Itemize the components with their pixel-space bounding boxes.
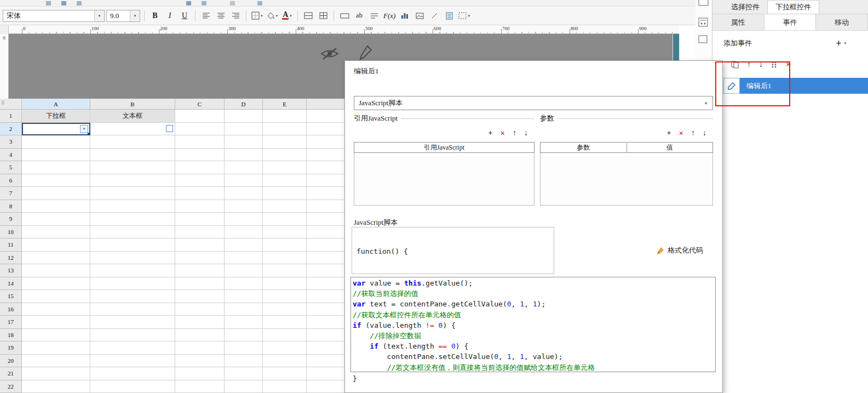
cell-C14[interactable] bbox=[175, 277, 225, 291]
cell-C17[interactable] bbox=[175, 316, 225, 329]
cell-B16[interactable] bbox=[90, 303, 175, 316]
cell-F21[interactable] bbox=[307, 367, 346, 380]
draw-line-button[interactable] bbox=[428, 9, 441, 22]
cell-E13[interactable] bbox=[263, 264, 307, 277]
cell-E4[interactable] bbox=[263, 149, 307, 162]
move-event-up-button[interactable]: ↑ bbox=[747, 60, 751, 69]
row-header-22[interactable]: 22 bbox=[0, 380, 22, 393]
cell-D20[interactable] bbox=[225, 355, 263, 368]
cell-B19[interactable] bbox=[90, 341, 175, 355]
underline-button[interactable]: U bbox=[178, 9, 191, 22]
column-header-b[interactable]: B bbox=[90, 99, 175, 110]
report-block-button[interactable] bbox=[442, 9, 456, 22]
event-type-select[interactable]: JavaScript脚本 ▾ bbox=[354, 96, 713, 110]
cell-E3[interactable] bbox=[263, 135, 307, 149]
cell-D1[interactable] bbox=[225, 110, 263, 123]
row-header-16[interactable]: 16 bbox=[0, 303, 22, 316]
cell-F1[interactable] bbox=[307, 110, 346, 123]
cell-F10[interactable] bbox=[307, 226, 346, 239]
cell-D4[interactable] bbox=[225, 149, 263, 162]
chevron-down-icon[interactable]: ▾ bbox=[699, 101, 712, 106]
chart-button[interactable] bbox=[398, 9, 411, 22]
cell-E14[interactable] bbox=[263, 277, 307, 291]
cell-F4[interactable] bbox=[307, 149, 346, 162]
cell-A16[interactable] bbox=[22, 303, 90, 316]
cell-E10[interactable] bbox=[263, 226, 307, 239]
font-family-select[interactable]: 宋体 ▾ bbox=[3, 10, 105, 22]
cell-D11[interactable] bbox=[225, 238, 263, 252]
cell-E2[interactable] bbox=[263, 123, 307, 136]
cell-A9[interactable] bbox=[22, 213, 90, 226]
ref-move-up-button[interactable]: ↑ bbox=[513, 129, 516, 138]
cell-B6[interactable] bbox=[90, 174, 175, 187]
cell-B11[interactable] bbox=[90, 238, 175, 252]
row-header-6[interactable]: 6 bbox=[0, 174, 22, 187]
cell-F16[interactable] bbox=[307, 303, 346, 316]
cell-A17[interactable] bbox=[22, 316, 90, 329]
cell-D5[interactable] bbox=[225, 161, 263, 174]
cell-F14[interactable] bbox=[307, 277, 346, 291]
cell-F19[interactable] bbox=[307, 341, 346, 355]
font-size-select[interactable]: 9.0 ▾ bbox=[106, 10, 140, 22]
cell-B1[interactable]: 文本框 bbox=[90, 110, 175, 123]
cell-E19[interactable] bbox=[263, 341, 307, 355]
row-header-9[interactable]: 9 bbox=[0, 213, 22, 226]
text-button[interactable]: ab bbox=[353, 9, 366, 22]
cell-D16[interactable] bbox=[225, 303, 263, 316]
cell-C22[interactable] bbox=[175, 380, 225, 393]
edit-event-button[interactable] bbox=[723, 78, 740, 94]
column-header-e[interactable]: E bbox=[263, 99, 307, 110]
cell-A7[interactable] bbox=[22, 187, 90, 200]
row-header-11[interactable]: 11 bbox=[0, 238, 22, 252]
cell-D18[interactable] bbox=[225, 329, 263, 342]
cell-F2[interactable] bbox=[307, 123, 346, 136]
row-header-12[interactable]: 12 bbox=[0, 252, 22, 265]
cell-A11[interactable] bbox=[22, 238, 90, 252]
sheet-table[interactable]: ⠿ABCDE1下拉框文本框2▾3456789101112131415161718… bbox=[0, 99, 346, 393]
cell-A5[interactable] bbox=[22, 161, 90, 174]
cell-A2[interactable]: ▾ bbox=[22, 123, 90, 136]
ref-delete-button[interactable]: × bbox=[500, 129, 505, 138]
italic-button[interactable]: I bbox=[163, 9, 176, 22]
cell-A6[interactable] bbox=[22, 174, 90, 187]
show-grid-button[interactable] bbox=[317, 9, 330, 22]
cell-F8[interactable] bbox=[307, 200, 346, 213]
cell-F9[interactable] bbox=[307, 213, 346, 226]
tab-properties[interactable]: 属性 bbox=[712, 14, 764, 30]
param-add-button[interactable]: + bbox=[666, 129, 671, 138]
cell-E9[interactable] bbox=[263, 213, 307, 226]
cell-F5[interactable] bbox=[307, 161, 346, 174]
param-delete-button[interactable]: × bbox=[679, 129, 683, 138]
cell-B21[interactable] bbox=[90, 367, 175, 380]
cell-C8[interactable] bbox=[175, 200, 225, 213]
cell-B20[interactable] bbox=[90, 355, 175, 368]
param-move-up-button[interactable]: ↑ bbox=[691, 129, 695, 138]
cell-C5[interactable] bbox=[175, 161, 225, 174]
cell-C18[interactable] bbox=[175, 329, 225, 342]
cell-C1[interactable] bbox=[175, 110, 225, 123]
cell-A3[interactable] bbox=[22, 135, 90, 149]
cell-C12[interactable] bbox=[175, 252, 225, 265]
selection-frame-button[interactable]: ▾ bbox=[457, 9, 471, 22]
chevron-down-icon[interactable]: ▾ bbox=[94, 10, 104, 21]
formula-button[interactable]: F(x) bbox=[382, 9, 396, 22]
bold-button[interactable]: B bbox=[148, 9, 162, 22]
align-left-button[interactable] bbox=[199, 9, 212, 22]
cell-E21[interactable] bbox=[263, 367, 307, 380]
cell-A20[interactable] bbox=[22, 355, 90, 368]
row-header-18[interactable]: 18 bbox=[0, 329, 22, 342]
cell-E5[interactable] bbox=[263, 161, 307, 174]
cell-B10[interactable] bbox=[90, 226, 175, 239]
cell-A22[interactable] bbox=[22, 380, 90, 393]
cell-C4[interactable] bbox=[175, 149, 225, 162]
add-event-button[interactable]: + ▾ bbox=[836, 38, 846, 48]
cell-D10[interactable] bbox=[225, 226, 263, 239]
cell-E12[interactable] bbox=[263, 252, 307, 265]
row-header-21[interactable]: 21 bbox=[0, 367, 22, 380]
row-header-10[interactable]: 10 bbox=[0, 226, 22, 239]
cell-F15[interactable] bbox=[307, 290, 346, 303]
cell-C16[interactable] bbox=[175, 303, 225, 316]
cell-A1[interactable]: 下拉框 bbox=[22, 110, 90, 123]
cell-E6[interactable] bbox=[263, 174, 307, 187]
image-button[interactable] bbox=[413, 9, 426, 22]
